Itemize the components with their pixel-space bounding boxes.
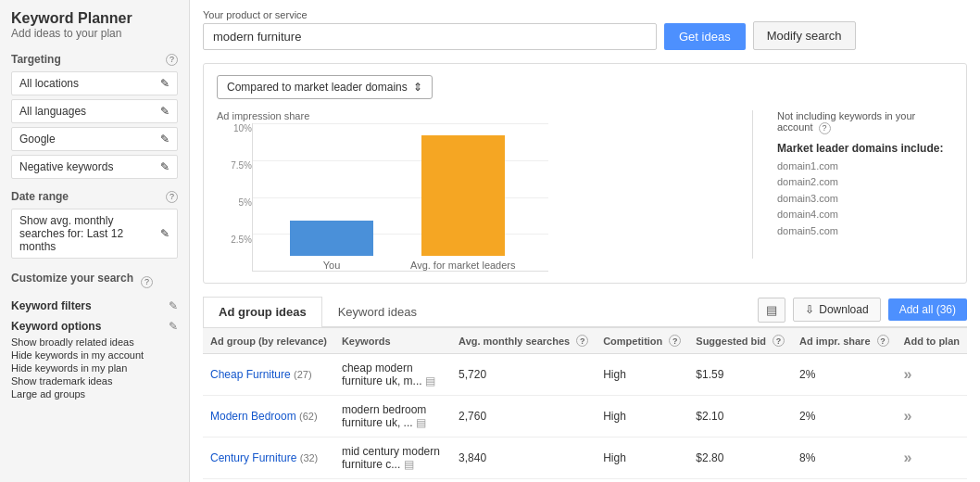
kw-filters-label: Keyword filters bbox=[11, 299, 92, 312]
cell-ad-impr-share-1: 2% bbox=[792, 396, 896, 438]
cell-add-to-plan-2: » bbox=[897, 438, 968, 479]
main-content: Your product or service Get ideas Modify… bbox=[190, 0, 980, 482]
th-ad-group: Ad group (by relevance) bbox=[203, 328, 334, 354]
chart-divider bbox=[752, 110, 753, 259]
date-range-help-icon[interactable]: ? bbox=[166, 191, 178, 203]
chart-note: Not including keywords in your account ?… bbox=[768, 110, 953, 239]
targeting-locations-label: All locations bbox=[19, 77, 79, 90]
product-input[interactable] bbox=[203, 23, 657, 50]
add-all-button[interactable]: Add all (36) bbox=[888, 298, 967, 321]
bar-you-group: You bbox=[290, 221, 373, 271]
date-range-item[interactable]: Show avg. monthly searches for: Last 12 … bbox=[11, 209, 178, 259]
targeting-network-label: Google bbox=[19, 133, 56, 146]
cell-ad-group-2: Century Furniture (32) bbox=[203, 438, 334, 479]
chart-dropdown[interactable]: Compared to market leader domains ⇕ bbox=[217, 75, 433, 99]
targeting-help-icon[interactable]: ? bbox=[166, 54, 178, 66]
kw-option-hide-account[interactable]: Hide keywords in my account bbox=[11, 349, 178, 361]
get-ideas-button[interactable]: Get ideas bbox=[664, 23, 746, 50]
chart-left: Ad impression share 10% 7.5% 5% 2.5% bbox=[217, 110, 737, 272]
kw-filters-row: Keyword filters ✎ bbox=[11, 299, 178, 312]
note-help-icon[interactable]: ? bbox=[819, 122, 831, 134]
customize-help-icon[interactable]: ? bbox=[141, 276, 153, 288]
chart-plot: You Avg. for market leaders bbox=[252, 123, 548, 272]
download-button[interactable]: ⇩ Download bbox=[793, 298, 880, 322]
ad-group-link-2[interactable]: Century Furniture bbox=[210, 451, 296, 464]
table-section: Ad group ideas Keyword ideas ▤ ⇩ Downloa… bbox=[203, 297, 967, 479]
targeting-languages-label: All languages bbox=[19, 105, 86, 118]
kw-option-broadly-related[interactable]: Show broadly related ideas bbox=[11, 336, 178, 348]
tab-keyword-ideas[interactable]: Keyword ideas bbox=[322, 297, 433, 326]
trend-icon-1[interactable]: ▤ bbox=[416, 416, 426, 429]
ad-group-link-1[interactable]: Modern Bedroom bbox=[210, 410, 296, 423]
th-competition: Competition ? bbox=[596, 328, 688, 354]
kw-option-large-groups[interactable]: Large ad groups bbox=[11, 388, 178, 400]
kw-options-header: Keyword options ✎ bbox=[11, 320, 178, 333]
table-row: Modern Bedroom (62) modern bedroom furni… bbox=[203, 396, 967, 438]
bar-market bbox=[421, 135, 505, 256]
domain-1: domain1.com bbox=[777, 159, 953, 175]
cell-monthly-searches-0: 5,720 bbox=[451, 354, 596, 396]
app-subtitle: Add ideas to your plan bbox=[11, 27, 178, 40]
edit-kw-filters-icon[interactable]: ✎ bbox=[169, 299, 178, 312]
ad-group-count-2: (32) bbox=[300, 452, 319, 463]
bar-you-label: You bbox=[323, 260, 341, 271]
competition-help-icon[interactable]: ? bbox=[669, 335, 681, 347]
bar-market-label: Avg. for market leaders bbox=[410, 260, 516, 271]
th-add-to-plan: Add to plan bbox=[897, 328, 968, 354]
chart-card: Compared to market leader domains ⇕ Ad i… bbox=[203, 63, 967, 284]
customize-label: Customize your search bbox=[11, 272, 133, 285]
cell-keywords-1: modern bedroom furniture uk, ... ▤ bbox=[334, 396, 451, 438]
targeting-neg-kw-label: Negative keywords bbox=[19, 160, 113, 173]
cell-keywords-2: mid century modern furniture c... ▤ bbox=[334, 438, 451, 479]
kw-option-trademark[interactable]: Show trademark ideas bbox=[11, 375, 178, 387]
targeting-label: Targeting bbox=[11, 53, 61, 66]
edit-locations-icon: ✎ bbox=[160, 77, 170, 90]
tabs-row: Ad group ideas Keyword ideas ▤ ⇩ Downloa… bbox=[203, 297, 967, 327]
monthly-searches-help-icon[interactable]: ? bbox=[576, 335, 588, 347]
suggested-bid-help-icon[interactable]: ? bbox=[773, 335, 785, 347]
kw-option-hide-plan[interactable]: Hide keywords in my plan bbox=[11, 362, 178, 374]
product-label: Your product or service bbox=[203, 9, 657, 20]
cell-suggested-bid-2: $2.80 bbox=[688, 438, 792, 479]
chart-dropdown-label: Compared to market leader domains bbox=[227, 81, 408, 94]
y-axis-label: Ad impression share bbox=[217, 110, 737, 121]
targeting-negative-keywords[interactable]: Negative keywords ✎ bbox=[11, 155, 178, 179]
bar-market-group: Avg. for market leaders bbox=[410, 135, 516, 271]
add-to-plan-button-1[interactable]: » bbox=[904, 408, 912, 424]
cell-ad-impr-share-0: 2% bbox=[792, 354, 896, 396]
add-to-plan-button-2[interactable]: » bbox=[904, 450, 912, 465]
app-layout: Keyword Planner Add ideas to your plan T… bbox=[0, 0, 980, 482]
add-to-plan-button-0[interactable]: » bbox=[904, 366, 912, 382]
targeting-network[interactable]: Google ✎ bbox=[11, 127, 178, 151]
trend-icon-0[interactable]: ▤ bbox=[425, 374, 435, 387]
cell-add-to-plan-0: » bbox=[897, 354, 968, 396]
date-range-section-header: Date range ? bbox=[11, 190, 178, 203]
targeting-languages[interactable]: All languages ✎ bbox=[11, 99, 178, 123]
table-body: Cheap Furniture (27) cheap modern furnit… bbox=[203, 354, 967, 479]
th-monthly-searches: Avg. monthly searches ? bbox=[451, 328, 596, 354]
table-row: Century Furniture (32) mid century moder… bbox=[203, 438, 967, 479]
table-actions: ▤ ⇩ Download Add all (36) bbox=[758, 298, 967, 326]
cell-suggested-bid-1: $2.10 bbox=[688, 396, 792, 438]
domain-2: domain2.com bbox=[777, 174, 953, 191]
bar-you bbox=[290, 221, 373, 256]
edit-network-icon: ✎ bbox=[160, 133, 170, 146]
chart-area: Ad impression share 10% 7.5% 5% 2.5% bbox=[217, 110, 953, 272]
product-field-group: Your product or service bbox=[203, 9, 657, 50]
domain-5: domain5.com bbox=[777, 223, 953, 240]
targeting-section-header: Targeting ? bbox=[11, 53, 178, 66]
edit-kw-options-icon[interactable]: ✎ bbox=[169, 320, 178, 333]
chart-toggle-button[interactable]: ▤ bbox=[758, 298, 785, 323]
keywords-text-1: modern bedroom furniture uk, ... bbox=[342, 403, 426, 429]
cell-competition-0: High bbox=[596, 354, 688, 396]
ad-group-link-0[interactable]: Cheap Furniture bbox=[210, 368, 291, 381]
data-table: Ad group (by relevance) Keywords Avg. mo… bbox=[203, 327, 967, 479]
table-header-row: Ad group (by relevance) Keywords Avg. mo… bbox=[203, 328, 967, 354]
trend-icon-2[interactable]: ▤ bbox=[404, 458, 414, 471]
ad-impr-share-help-icon[interactable]: ? bbox=[877, 335, 889, 347]
date-range-value: Show avg. monthly searches for: Last 12 … bbox=[19, 214, 160, 253]
tab-ad-group-ideas[interactable]: Ad group ideas bbox=[203, 297, 322, 327]
targeting-locations[interactable]: All locations ✎ bbox=[11, 71, 178, 95]
modify-search-button[interactable]: Modify search bbox=[753, 21, 856, 50]
th-ad-impr-share: Ad impr. share ? bbox=[792, 328, 896, 354]
